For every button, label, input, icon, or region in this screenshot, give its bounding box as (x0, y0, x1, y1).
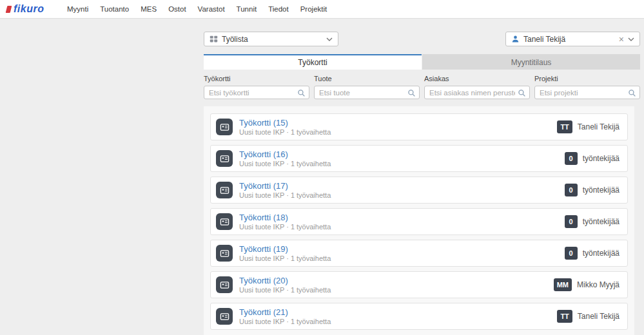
card-title[interactable]: Työkortti (20) (239, 276, 554, 285)
nav-item-myynti[interactable]: Myynti (67, 5, 88, 13)
main-content: Työlista Taneli Tekijä × Työkortti Myynt… (204, 19, 640, 335)
card-title[interactable]: Työkortti (15) (239, 118, 557, 128)
workcard-icon (216, 150, 233, 167)
filter-asiakas-input[interactable] (424, 86, 530, 99)
assignee-name: työntekijää (583, 249, 620, 258)
card-title[interactable]: Työkortti (17) (239, 181, 565, 191)
card-subtitle: Uusi tuote IKP · 1 työvaihetta (239, 191, 565, 200)
search-icon[interactable] (628, 88, 636, 100)
work-card[interactable]: Työkortti (15) Uusi tuote IKP · 1 työvai… (210, 113, 628, 140)
card-subtitle: Uusi tuote IKP · 1 työvaihetta (239, 223, 565, 231)
workcard-icon (216, 245, 233, 262)
workcard-icon (216, 182, 233, 198)
assignee-badge: TT (557, 120, 572, 133)
assignee-name: Taneli Tekijä (578, 122, 620, 131)
card-subtitle: Uusi tuote IKP · 1 työvaihetta (239, 286, 554, 294)
nav-item-ostot[interactable]: Ostot (168, 5, 186, 13)
assignee-name: työntekijää (583, 154, 620, 163)
nav-item-tunnit[interactable]: Tunnit (237, 5, 257, 13)
assignee-badge: 0 (565, 184, 578, 196)
filter-tuote: Tuote (314, 75, 420, 99)
card-subtitle: Uusi tuote IKP · 1 työvaihetta (239, 254, 565, 263)
clear-icon[interactable]: × (619, 35, 624, 44)
workcard-icon (216, 276, 233, 293)
filter-projekti-label: Projekti (534, 75, 640, 82)
work-card[interactable]: Työkortti (16) Uusi tuote IKP · 1 työvai… (210, 145, 628, 172)
worklist-select-value: Työlista (222, 35, 322, 44)
filter-asiakas-label: Asiakas (424, 75, 530, 82)
assignee-name: Taneli Tekijä (578, 312, 620, 321)
nav-item-projektit[interactable]: Projektit (300, 5, 327, 13)
workcard-icon (216, 308, 233, 325)
card-title[interactable]: Työkortti (21) (239, 307, 557, 317)
user-filter-select[interactable]: Taneli Tekijä × (505, 32, 640, 46)
assignee-badge: 0 (565, 247, 578, 260)
search-icon[interactable] (407, 88, 416, 100)
assignee-name: työntekijää (583, 186, 620, 195)
nav-item-tiedot[interactable]: Tiedot (268, 5, 289, 13)
user-filter-value: Taneli Tekijä (523, 35, 615, 44)
assignee-badge: TT (557, 310, 572, 323)
person-icon (511, 35, 520, 43)
workcard-list: Työkortti (15) Uusi tuote IKP · 1 työvai… (204, 106, 634, 335)
tab-myyntitilaus[interactable]: Myyntitilaus (422, 54, 640, 70)
filter-tyokortti-input[interactable] (204, 86, 309, 99)
nav-item-varastot[interactable]: Varastot (198, 5, 225, 13)
card-title[interactable]: Työkortti (16) (239, 149, 565, 159)
assignee-badge: 0 (565, 152, 578, 165)
nav-item-mes[interactable]: MES (141, 5, 157, 13)
filter-tuote-label: Tuote (314, 75, 420, 82)
workcard-icon (216, 119, 233, 135)
worklist-select[interactable]: Työlista (204, 32, 338, 46)
assignee-name: työntekijää (583, 217, 620, 226)
chevron-down-icon (326, 37, 333, 41)
workcard-icon (216, 213, 233, 230)
search-icon[interactable] (518, 88, 526, 100)
toolbar-row: Työlista Taneli Tekijä × (204, 32, 640, 46)
filter-projekti-input[interactable] (534, 86, 640, 99)
filter-tyokortti-label: Työkortti (204, 75, 309, 82)
assignee-name: Mikko Myyjä (577, 280, 620, 289)
filter-row: Työkortti Tuote Asiakas (204, 75, 640, 99)
logo-icon (6, 6, 12, 13)
tab-bar: Työkortti Myyntitilaus (204, 54, 640, 70)
work-card[interactable]: Työkortti (20) Uusi tuote IKP · 1 työvai… (210, 271, 628, 298)
logo-text: fikuro (14, 3, 44, 15)
card-subtitle: Uusi tuote IKP · 1 työvaihetta (239, 160, 565, 168)
filter-projekti: Projekti (534, 75, 640, 99)
assignee-badge: MM (554, 278, 572, 291)
filter-tuote-input[interactable] (314, 86, 420, 99)
app-logo[interactable]: fikuro (6, 3, 62, 15)
card-title[interactable]: Työkortti (19) (239, 244, 565, 254)
nav-item-tuotanto[interactable]: Tuotanto (100, 5, 129, 13)
work-card[interactable]: Työkortti (21) Uusi tuote IKP · 1 työvai… (210, 303, 628, 330)
grid-list-icon (210, 35, 218, 43)
chevron-down-icon (628, 37, 634, 41)
card-subtitle: Uusi tuote IKP · 1 työvaihetta (239, 128, 557, 137)
work-card[interactable]: Työkortti (17) Uusi tuote IKP · 1 työvai… (210, 177, 628, 204)
tab-tyokortti[interactable]: Työkortti (204, 54, 422, 70)
work-card[interactable]: Työkortti (18) Uusi tuote IKP · 1 työvai… (210, 208, 628, 235)
work-card[interactable]: Työkortti (19) Uusi tuote IKP · 1 työvai… (210, 240, 628, 267)
filter-asiakas: Asiakas (424, 75, 530, 99)
assignee-badge: 0 (565, 215, 578, 228)
filter-tyokortti: Työkortti (204, 75, 309, 99)
main-menu: Myynti Tuotanto MES Ostot Varastot Tunni… (67, 5, 327, 13)
top-navbar: fikuro Myynti Tuotanto MES Ostot Varasto… (0, 0, 644, 19)
search-icon[interactable] (297, 88, 306, 100)
card-title[interactable]: Työkortti (18) (239, 213, 565, 222)
card-subtitle: Uusi tuote IKP · 1 työvaihetta (239, 318, 557, 326)
